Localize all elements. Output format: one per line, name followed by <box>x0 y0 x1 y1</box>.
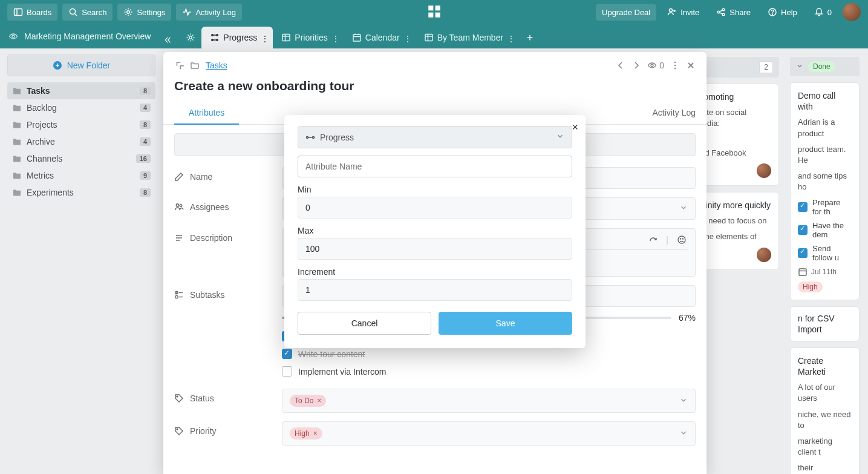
search-icon <box>68 7 78 17</box>
invite-icon <box>667 7 677 17</box>
folder-icon <box>190 61 200 70</box>
svg-rect-7 <box>428 12 433 17</box>
tab-drag-handle[interactable] <box>331 34 335 41</box>
increment-input[interactable] <box>298 279 572 301</box>
priority-select[interactable]: High× <box>282 421 696 446</box>
folder-item[interactable]: Backlog 4 <box>7 99 155 116</box>
share-icon <box>716 7 726 17</box>
chevron-down-icon <box>796 62 803 71</box>
subtask-checkbox[interactable] <box>282 349 292 359</box>
attr-label-name: Name <box>174 167 271 182</box>
folder-icon <box>12 103 22 113</box>
topbar-right: Upgrade Deal Invite Share Help 0 <box>596 3 861 21</box>
invite-button[interactable]: Invite <box>661 4 705 21</box>
notifications-button[interactable]: 0 <box>808 4 838 21</box>
tab-drag-handle[interactable] <box>403 34 407 41</box>
upgrade-button[interactable]: Upgrade Deal <box>596 4 656 21</box>
board-column: Done Demo call with Adrian is a product … <box>790 57 860 466</box>
tab-drag-handle[interactable] <box>261 34 264 41</box>
subtask-checkbox[interactable] <box>282 366 292 377</box>
svg-point-18 <box>189 36 192 39</box>
increment-label: Increment <box>298 267 572 277</box>
task-tab-activity[interactable]: Activity Log <box>638 102 696 125</box>
svg-line-14 <box>720 13 723 14</box>
new-folder-button[interactable]: New Folder <box>7 54 155 76</box>
column-header[interactable]: Done <box>790 57 860 76</box>
folder-item[interactable]: Experiments 8 <box>7 184 155 201</box>
priority-tag[interactable]: High× <box>290 427 322 439</box>
task-breadcrumb[interactable]: Tasks <box>206 61 227 70</box>
more-menu-button[interactable] <box>670 61 680 70</box>
calendar-icon <box>798 267 808 277</box>
svg-point-60 <box>177 396 178 397</box>
help-icon <box>768 7 777 17</box>
remove-tag-button[interactable]: × <box>317 397 321 405</box>
attr-label-status: Status <box>174 389 271 403</box>
max-input[interactable] <box>298 238 572 260</box>
folder-item[interactable]: Archive 4 <box>7 133 155 150</box>
status-tag[interactable]: To Do× <box>290 395 326 407</box>
cancel-button[interactable]: Cancel <box>298 312 431 335</box>
attribute-name-input[interactable] <box>298 156 572 177</box>
tag-icon <box>174 426 184 436</box>
folder-item[interactable]: Projects 8 <box>7 116 155 133</box>
tab-calendar[interactable]: Calendar <box>344 27 416 48</box>
subtask-text[interactable]: Implement via Intercom <box>298 367 387 377</box>
task-title[interactable]: Create a new onboarding tour <box>163 75 706 102</box>
svg-line-3 <box>75 14 77 16</box>
collapse-sidebar-button[interactable] <box>159 31 176 48</box>
folder-count: 16 <box>136 154 151 163</box>
avatar <box>757 163 771 178</box>
status-select[interactable]: To Do× <box>282 389 696 413</box>
next-task-button[interactable] <box>631 61 641 70</box>
svg-point-48 <box>176 204 178 206</box>
tab-by-team-member[interactable]: By Team Member <box>416 27 519 48</box>
view-settings-button[interactable] <box>180 27 201 48</box>
board-title[interactable]: Marketing Management Overview <box>24 31 151 41</box>
folder-item[interactable]: Metrics 9 <box>7 167 155 184</box>
tab-drag-handle[interactable] <box>507 34 511 41</box>
close-modal-button[interactable]: × <box>572 121 578 134</box>
tag-icon <box>174 393 184 403</box>
folder-name: Projects <box>27 120 57 130</box>
close-task-button[interactable] <box>686 61 696 70</box>
board-card[interactable]: Create Marketi A lot of our users niche,… <box>790 347 860 474</box>
emoji-icon[interactable] <box>677 235 687 245</box>
folder-item[interactable]: Tasks 8 <box>7 82 155 99</box>
plus-circle-icon <box>53 61 62 70</box>
save-button[interactable]: Save <box>439 312 572 335</box>
attribute-type-select[interactable]: Progress <box>298 126 572 148</box>
search-button[interactable]: Search <box>62 4 113 21</box>
svg-point-61 <box>177 429 178 430</box>
folder-icon <box>12 154 22 163</box>
subtask-text[interactable]: Write tour content <box>298 349 365 359</box>
task-tab-attributes[interactable]: Attributes <box>174 102 239 125</box>
min-input[interactable] <box>298 197 572 219</box>
svg-rect-0 <box>15 9 22 16</box>
svg-line-13 <box>720 10 723 12</box>
pencil-icon <box>174 172 184 182</box>
share-button[interactable]: Share <box>710 4 757 21</box>
settings-button[interactable]: Settings <box>117 4 171 21</box>
board-card[interactable]: Demo call with Adrian is a product produ… <box>790 82 860 300</box>
folder-item[interactable]: Channels 16 <box>7 150 155 167</box>
help-button[interactable]: Help <box>762 4 803 21</box>
svg-point-12 <box>723 13 725 16</box>
activity-log-button[interactable]: Activity Log <box>176 4 241 21</box>
svg-point-10 <box>718 11 720 13</box>
collapse-icon[interactable] <box>174 61 184 70</box>
visibility-icon[interactable] <box>8 31 18 41</box>
folder-icon <box>12 86 22 96</box>
redo-icon[interactable] <box>648 235 658 245</box>
boards-button[interactable]: Boards <box>7 4 57 21</box>
add-view-button[interactable] <box>521 29 538 46</box>
chevron-down-icon <box>679 396 688 406</box>
user-avatar[interactable] <box>843 3 861 21</box>
board-card[interactable]: n for CSV Import <box>790 306 860 341</box>
prev-task-button[interactable] <box>616 61 625 70</box>
remove-tag-button[interactable]: × <box>313 429 318 438</box>
tab-progress[interactable]: Progress <box>201 27 273 48</box>
boards-label: Boards <box>27 8 51 17</box>
svg-point-45 <box>674 68 676 70</box>
tab-priorities[interactable]: Priorities <box>273 27 343 48</box>
